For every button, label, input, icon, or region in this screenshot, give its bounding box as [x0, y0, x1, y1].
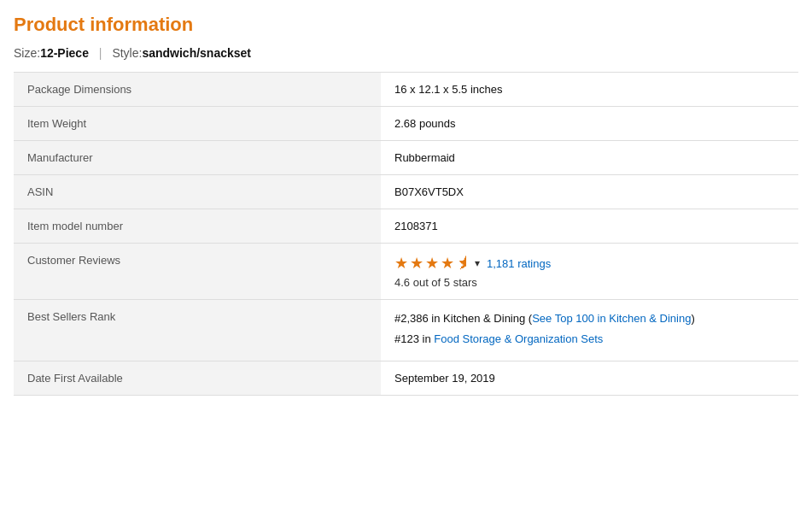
reviews-label: Customer Reviews — [14, 244, 381, 300]
table-row: Manufacturer Rubbermaid — [14, 141, 798, 175]
star-rating: ★ ★ ★ ★ ⯨ — [394, 254, 471, 273]
star-2: ★ — [410, 254, 424, 273]
star-3: ★ — [425, 254, 439, 273]
rank2-link[interactable]: Food Storage & Organization Sets — [434, 332, 603, 345]
style-value: sandwich/snackset — [142, 46, 251, 60]
stars-text: 4.6 out of 5 stars — [394, 276, 785, 289]
star-4: ★ — [441, 254, 454, 273]
row-value: 16 x 12.1 x 5.5 inches — [381, 73, 798, 107]
row-label: Package Dimensions — [14, 73, 381, 107]
row-label: Item model number — [14, 209, 381, 244]
rank1-link[interactable]: See Top 100 in Kitchen & Dining — [532, 312, 691, 325]
row-value: B07X6VT5DX — [381, 175, 798, 209]
rank-line-1: #2,386 in Kitchen & Dining (See Top 100 … — [394, 310, 785, 327]
table-row: Item Weight 2.68 pounds — [14, 107, 798, 141]
rank-line-2: #123 in Food Storage & Organization Sets — [394, 331, 785, 348]
date-row: Date First Available September 19, 2019 — [14, 361, 798, 396]
customer-reviews-row: Customer Reviews ★ ★ ★ ★ ⯨ ▾ 1,181 ratin… — [14, 244, 798, 300]
size-label: Size: — [14, 46, 40, 60]
row-label: ASIN — [14, 175, 381, 209]
rank1-suffix: ) — [691, 312, 694, 325]
size-value: 12-Piece — [40, 46, 89, 60]
dropdown-icon[interactable]: ▾ — [475, 257, 480, 269]
row-label: Manufacturer — [14, 141, 381, 175]
product-info-table: Package Dimensions 16 x 12.1 x 5.5 inche… — [14, 72, 798, 396]
reviews-value: ★ ★ ★ ★ ⯨ ▾ 1,181 ratings 4.6 out of 5 s… — [381, 244, 798, 300]
star-1: ★ — [394, 254, 408, 273]
rank1-prefix: #2,386 in Kitchen & Dining ( — [394, 312, 532, 325]
best-sellers-value: #2,386 in Kitchen & Dining (See Top 100 … — [381, 300, 798, 361]
meta-separator: | — [99, 46, 102, 60]
best-sellers-label: Best Sellers Rank — [14, 300, 381, 361]
product-meta: Size:12-Piece | Style:sandwich/snackset — [14, 46, 798, 60]
table-row: Item model number 2108371 — [14, 209, 798, 244]
table-row: Package Dimensions 16 x 12.1 x 5.5 inche… — [14, 73, 798, 107]
style-label: Style: — [112, 46, 142, 60]
page-title: Product information — [14, 14, 798, 36]
ratings-link[interactable]: 1,181 ratings — [487, 257, 551, 270]
date-label: Date First Available — [14, 361, 381, 396]
row-value: Rubbermaid — [381, 141, 798, 175]
rank2-prefix: #123 in — [394, 332, 434, 345]
row-value: 2.68 pounds — [381, 107, 798, 141]
table-row: ASIN B07X6VT5DX — [14, 175, 798, 209]
row-label: Item Weight — [14, 107, 381, 141]
row-value: 2108371 — [381, 209, 798, 244]
star-5-half: ⯨ — [456, 255, 471, 273]
date-value: September 19, 2019 — [381, 361, 798, 396]
best-sellers-row: Best Sellers Rank #2,386 in Kitchen & Di… — [14, 300, 798, 361]
